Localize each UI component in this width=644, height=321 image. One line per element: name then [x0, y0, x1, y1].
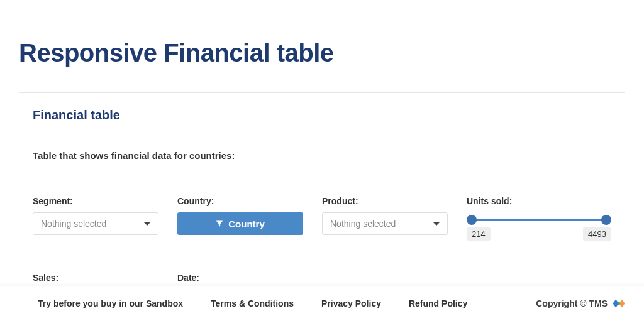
product-label: Product:	[322, 196, 448, 206]
product-field: Product: Nothing selected	[322, 196, 448, 246]
slider-max-value: 4493	[583, 227, 611, 241]
country-label: Country:	[177, 196, 303, 206]
copyright-text: Copyright © TMS	[536, 298, 608, 308]
date-label: Date:	[177, 273, 303, 283]
footer-link-terms[interactable]: Terms & Conditions	[211, 298, 294, 308]
footer-link-privacy[interactable]: Privacy Policy	[321, 298, 381, 308]
section-description: Table that shows financial data for coun…	[33, 150, 625, 161]
product-select[interactable]: Nothing selected	[322, 212, 448, 235]
units-sold-slider[interactable]: 214 4493	[467, 212, 611, 246]
slider-handle-max[interactable]	[601, 215, 611, 225]
filters-row-1: Segment: Nothing selected Country: Count…	[33, 196, 611, 246]
slider-values: 214 4493	[467, 227, 611, 241]
slider-track	[472, 219, 606, 221]
segment-select-value: Nothing selected	[41, 219, 106, 229]
footer: Try before you buy in our Sandbox Terms …	[0, 286, 644, 321]
country-field: Country: Country	[177, 196, 303, 246]
slider-handle-min[interactable]	[467, 215, 477, 225]
copyright-wrap: Copyright © TMS	[536, 298, 625, 308]
footer-link-refund[interactable]: Refund Policy	[409, 298, 467, 308]
product-select-value: Nothing selected	[330, 219, 396, 229]
slider-min-value: 214	[467, 227, 491, 241]
sales-label: Sales:	[33, 273, 158, 283]
units-sold-field: Units sold: 214 4493	[467, 196, 611, 246]
footer-link-sandbox[interactable]: Try before you buy in our Sandbox	[38, 298, 183, 308]
caret-down-icon	[433, 222, 440, 226]
footer-links: Try before you buy in our Sandbox Terms …	[38, 298, 467, 308]
country-button-text: Country	[228, 219, 265, 229]
page-root: Responsive Financial table Financial tab…	[0, 0, 644, 289]
units-sold-label: Units sold:	[467, 196, 611, 206]
segment-select[interactable]: Nothing selected	[33, 212, 158, 235]
divider	[19, 92, 625, 93]
page-title: Responsive Financial table	[19, 0, 625, 92]
filter-icon	[216, 220, 223, 227]
segment-label: Segment:	[33, 196, 158, 206]
tms-logo-icon	[613, 298, 625, 308]
segment-field: Segment: Nothing selected	[33, 196, 158, 246]
section-title: Financial table	[33, 108, 625, 122]
country-filter-button[interactable]: Country	[177, 212, 303, 235]
caret-down-icon	[144, 222, 150, 226]
